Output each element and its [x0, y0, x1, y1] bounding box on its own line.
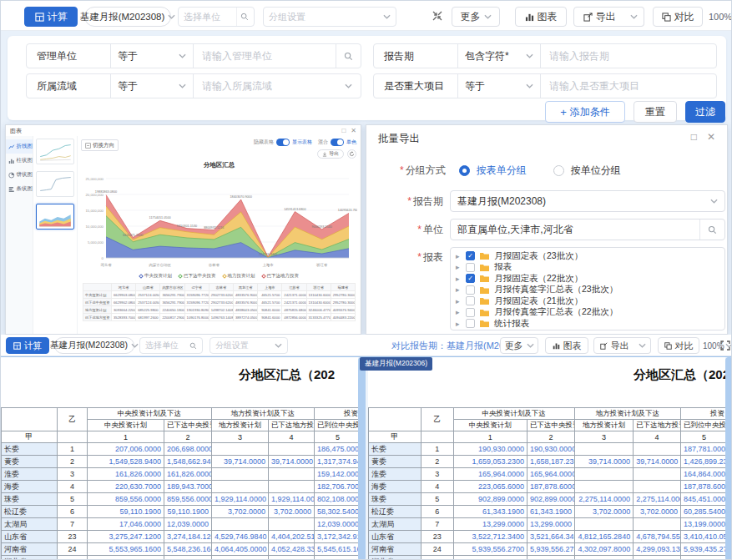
filter-value-input[interactable]: 请输入报告期 — [541, 44, 716, 68]
scrollbar-left-pane[interactable] — [358, 357, 366, 560]
thumbnail-line-single[interactable] — [36, 171, 74, 197]
tree-item[interactable]: ▸统计报表 — [456, 318, 719, 330]
value-cell: 2902733.6200 — [209, 291, 233, 299]
legend-item[interactable]: 已下达地方投资 — [262, 273, 300, 279]
checkbox[interactable]: ✓ — [466, 274, 475, 283]
chart-type-line[interactable]: 折线图 — [6, 139, 33, 154]
compare-button[interactable]: 对比 — [658, 337, 699, 354]
legend-item[interactable]: 地方投资计划 — [223, 273, 255, 279]
caret-icon[interactable]: ▸ — [456, 308, 462, 316]
comparison-area: 分地区汇总（202 乙 中央投资计划及下达 地方投资计划及下达 投资 中央投资计… — [1, 356, 732, 560]
caret-icon[interactable]: ▸ — [456, 297, 462, 305]
chart-type-bar[interactable]: 柱状图 — [6, 154, 33, 168]
tree-item[interactable]: ▸报表 — [456, 262, 719, 274]
refresh-icon[interactable] — [347, 149, 356, 159]
value-cell: 5,520,787.0000 — [453, 556, 527, 560]
compare-button[interactable]: 对比 — [653, 7, 703, 27]
filter-value-select[interactable]: 请输入所属流域 — [194, 74, 361, 98]
row-header-cell: 地方投资计划 — [83, 306, 112, 314]
tree-item[interactable]: ▸✓月报固定表（22批次） — [456, 273, 719, 285]
export-button[interactable]: 导出 — [593, 337, 635, 354]
legend-item[interactable]: 中央投资计划 — [139, 273, 172, 279]
export-dropdown-button[interactable] — [634, 337, 651, 354]
close-icon[interactable]: ✕ — [707, 132, 715, 142]
switch-direction-button[interactable]: 切换方向 — [81, 139, 119, 151]
caret-icon[interactable]: ▸ — [456, 285, 462, 294]
thumbnail-line-multi[interactable] — [36, 139, 74, 164]
chart-type-pie[interactable]: 饼状图 — [6, 168, 33, 182]
report-period-select[interactable]: 基建月报(M202308) — [84, 7, 171, 27]
checkbox[interactable]: ✓ — [466, 251, 475, 260]
close-icon[interactable]: ✕ — [351, 128, 356, 134]
chart-type-hbar[interactable]: 条状图 — [6, 182, 33, 196]
chart-export-button[interactable]: 导出 — [317, 149, 344, 159]
chart-button[interactable]: 图表 — [545, 337, 588, 354]
scrollbar-right-pane[interactable] — [725, 357, 732, 560]
search-icon[interactable] — [240, 13, 249, 21]
caret-icon[interactable]: ▸ — [456, 320, 462, 328]
search-icon[interactable] — [699, 219, 724, 240]
collapse-icon[interactable] — [432, 10, 443, 22]
maximize-icon[interactable]: □ — [691, 132, 697, 142]
unit-search-input[interactable]: 选择单位 — [178, 7, 255, 27]
search-icon[interactable] — [336, 44, 361, 68]
svg-text:内蒙古自治区: 内蒙古自治区 — [149, 263, 171, 267]
more-button[interactable]: 更多 — [452, 7, 500, 27]
caret-icon[interactable]: ▸ — [456, 275, 462, 283]
radio-group-by-unit[interactable] — [553, 165, 564, 176]
reset-button[interactable]: 重置 — [634, 101, 677, 123]
caret-icon[interactable]: ▸ — [456, 263, 462, 271]
legend-item[interactable]: 已下达中央投资 — [179, 273, 216, 279]
checkbox[interactable] — [466, 308, 475, 317]
filter-label: 管理单位 — [27, 44, 110, 68]
radio-group-by-form[interactable] — [459, 165, 470, 176]
group-mode-row: *分组方式 按表单分组 按单位分组 — [400, 164, 621, 178]
calc-button[interactable]: 计算 — [24, 7, 78, 27]
unit-search-input[interactable]: 选择单位 — [139, 337, 203, 354]
period-value: 基建月报(M202308) — [457, 194, 705, 209]
operator-select[interactable]: 等于 — [457, 74, 541, 98]
folder-icon — [479, 274, 490, 283]
tree-item[interactable]: ▸月报固定表（21批次） — [456, 295, 719, 307]
checkbox[interactable] — [466, 263, 475, 272]
checkbox[interactable] — [466, 296, 475, 305]
operator-select[interactable]: 等于 — [110, 44, 194, 68]
caret-icon[interactable]: ▸ — [456, 252, 462, 260]
group-setting-select[interactable]: 分组设置 — [263, 7, 396, 27]
operator-select[interactable]: 包含字符* — [457, 44, 541, 68]
tree-item[interactable]: ▸月报传真签字汇总表（22批次） — [456, 307, 719, 319]
operator-select[interactable]: 等于 — [110, 74, 194, 98]
checkbox[interactable] — [466, 319, 475, 328]
filter-value-input[interactable]: 请输入是否重大项目 — [541, 74, 716, 98]
row-header-cell: 长委 — [2, 443, 58, 456]
calc-button[interactable]: 计算 — [6, 337, 49, 354]
table-visibility-toggle[interactable] — [276, 139, 290, 146]
more-button[interactable]: 更多 — [500, 337, 538, 354]
thumbnail-area-stacked[interactable] — [36, 204, 74, 230]
value-cell: 5,939,556.2700 — [453, 543, 527, 556]
period-select[interactable]: 基建月报(M202308) — [450, 190, 725, 212]
report-period-select[interactable]: 基建月报(M202308) — [54, 337, 134, 354]
export-button[interactable]: 导出 — [573, 7, 625, 27]
search-icon[interactable] — [189, 342, 197, 350]
export-dropdown-button[interactable] — [624, 7, 644, 27]
tree-item[interactable]: ▸✓月报固定表（23批次） — [456, 250, 719, 262]
zoom-control[interactable]: 100% — [709, 7, 732, 27]
filter-value-input[interactable]: 请输入管理单位 — [194, 44, 336, 68]
maximize-icon[interactable]: □ — [341, 128, 346, 134]
color-mode-toggle[interactable] — [331, 139, 344, 146]
add-condition-button[interactable]: + 添加条件 — [545, 101, 625, 123]
value-cell: 13,199.0000 — [681, 518, 725, 531]
value-cell: 3,702.0000 — [634, 506, 681, 518]
fullscreen-icon[interactable] — [720, 341, 730, 351]
filter-button[interactable]: 过滤 — [685, 101, 725, 123]
unit-input[interactable]: 部直属单位,天津市,河北省 — [450, 219, 725, 240]
tree-item[interactable]: ▸月报传真签字汇总表（23批次） — [456, 285, 719, 296]
radio-label-by-form[interactable]: 按表单分组 — [477, 164, 527, 178]
group-setting-select[interactable]: 分组设置 — [210, 337, 288, 354]
chart-button[interactable]: 图表 — [515, 7, 567, 27]
chevron-down-icon — [630, 14, 638, 19]
checkbox[interactable] — [466, 285, 475, 295]
radio-label-by-unit[interactable]: 按单位分组 — [571, 164, 621, 178]
chart-data-table: 河北省山西省内蒙古自治区辽宁省吉林省黑龙江省上海市江苏省浙江省福建省中央投资计划… — [83, 283, 356, 332]
